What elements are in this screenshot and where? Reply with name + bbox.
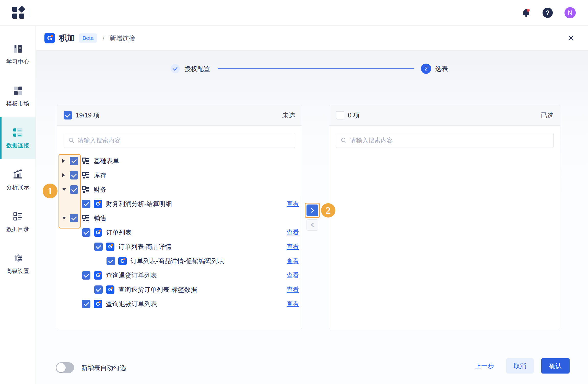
view-link[interactable]: 查看 (287, 257, 299, 265)
giga-table-icon: G (94, 300, 102, 308)
tree-checkbox[interactable] (82, 271, 90, 280)
tree-node-label: 查询退货订单列表-标签数据 (118, 285, 197, 294)
sidebar-item-label: 数据连接 (6, 142, 29, 149)
tree-checkbox[interactable] (82, 228, 90, 237)
breadcrumb-separator: / (103, 34, 104, 42)
stepper-connector (218, 68, 414, 69)
sidebar-item-label: 数据目录 (6, 225, 29, 233)
tree-checkbox[interactable] (70, 171, 78, 179)
expander-collapsed-icon[interactable] (62, 173, 70, 177)
main-area: G 积加 Beta / 新增连接 授权配置 2 选表 19 (36, 26, 588, 384)
view-link[interactable]: 查看 (287, 285, 299, 294)
dialog-header: G 积加 Beta / 新增连接 (36, 26, 588, 51)
notification-bell-icon[interactable] (522, 8, 531, 17)
tree-checkbox[interactable] (70, 214, 78, 222)
tree-row: G订单列表-商品详情查看 (57, 239, 302, 254)
giga-table-icon: G (106, 243, 114, 251)
group-icon (81, 185, 90, 194)
view-link[interactable]: 查看 (287, 228, 299, 236)
tree-checkbox[interactable] (94, 243, 103, 251)
tree-checkbox[interactable] (82, 300, 90, 308)
previous-step-button[interactable]: 上一步 (475, 362, 494, 370)
giga-table-icon: G (94, 200, 102, 208)
sidebar-item-label: 分析展示 (6, 184, 29, 191)
tree-node-label: 库存 (94, 171, 107, 179)
tree-node-label: 财务利润分析-结算明细 (106, 200, 172, 208)
source-count: 19/19 项 (76, 111, 100, 119)
sidebar-item-template-market[interactable]: 模板市场 (0, 75, 36, 117)
template-market-icon (12, 85, 23, 96)
auto-select-toggle[interactable] (56, 362, 74, 373)
chevron-right-icon (310, 207, 315, 213)
breadcrumb: 新增连接 (110, 34, 135, 42)
sidebar-item-data-connection[interactable]: 数据连接 (0, 117, 36, 159)
view-link[interactable]: 查看 (287, 271, 299, 279)
tree-row: G财务利润分析-结算明细查看 (57, 197, 302, 211)
app-logo-icon[interactable] (12, 7, 25, 19)
settings-gear-icon (12, 253, 23, 264)
stepper: 授权配置 2 选表 (171, 64, 448, 74)
sidebar-item-learning-center[interactable]: 学习中心 (0, 33, 36, 75)
target-search (336, 133, 554, 148)
footer-left: 新增表自动勾选 (56, 362, 126, 373)
expander-expanded-icon[interactable] (62, 188, 70, 191)
giga-table-icon: G (94, 271, 102, 280)
sidebar-item-label: 模板市场 (6, 100, 29, 107)
dialog-content: 授权配置 2 选表 19/19 项 未选 基础表单库存财务G财务利润分析-结算明… (36, 51, 588, 384)
tree-row: 财务 (57, 182, 302, 197)
close-icon[interactable] (567, 34, 575, 42)
top-bar: ? N (0, 0, 588, 26)
transfer-right-highlight-box (305, 203, 320, 218)
giga-table-icon: G (118, 257, 127, 265)
tree-checkbox[interactable] (70, 157, 78, 165)
target-panel-header: 0 项 已选 (329, 105, 560, 126)
tree-checkbox[interactable] (70, 185, 78, 194)
sidebar-item-label: 学习中心 (6, 58, 29, 66)
tree-node-label: 财务 (94, 185, 107, 194)
sidebar-item-advanced-settings[interactable]: 高级设置 (0, 243, 36, 285)
select-all-checkbox[interactable] (64, 111, 72, 119)
sidebar-item-label: 高级设置 (6, 267, 29, 275)
tree-checkbox[interactable] (94, 285, 103, 294)
expander-collapsed-icon[interactable] (62, 159, 70, 163)
target-status-label: 已选 (541, 111, 554, 119)
sidebar-nav: 学习中心模板市场数据连接分析展示数据目录高级设置 (0, 26, 36, 384)
source-search-input[interactable] (78, 137, 290, 144)
target-select-all-checkbox[interactable] (336, 111, 344, 119)
learning-center-icon (12, 43, 23, 54)
view-link[interactable]: 查看 (287, 200, 299, 208)
annotation-marker-1: 1 (43, 184, 57, 198)
view-link[interactable]: 查看 (287, 243, 299, 251)
tree-row: G查询退货订单列表查看 (57, 268, 302, 282)
group-icon (81, 157, 90, 165)
view-link[interactable]: 查看 (287, 300, 299, 308)
data-catalog-icon (12, 211, 23, 222)
tree-row: G订单列表查看 (57, 225, 302, 239)
move-left-button[interactable] (307, 219, 318, 231)
analysis-display-icon (12, 169, 23, 180)
target-search-input[interactable] (350, 137, 549, 144)
help-icon[interactable]: ? (543, 8, 553, 18)
sidebar-item-data-catalog[interactable]: 数据目录 (0, 201, 36, 243)
tree-checkbox[interactable] (107, 257, 115, 265)
group-icon (81, 214, 90, 222)
beta-badge: Beta (79, 33, 97, 43)
cancel-button[interactable]: 取消 (506, 358, 534, 374)
giga-table-icon: G (106, 285, 114, 294)
page-title: 积加 (59, 33, 75, 43)
tree-checkbox[interactable] (82, 200, 90, 208)
tree-node-label: 订单列表-商品详情-促销编码列表 (131, 257, 224, 265)
expander-expanded-icon[interactable] (62, 217, 70, 220)
tree-row: 库存 (57, 168, 302, 182)
chevron-left-icon (310, 222, 315, 228)
move-right-button[interactable] (307, 205, 318, 216)
confirm-button[interactable]: 确认 (541, 358, 570, 374)
auto-select-toggle-label: 新增表自动勾选 (81, 364, 126, 372)
avatar[interactable]: N (565, 7, 576, 18)
giga-table-icon: G (94, 228, 102, 237)
logo-divider (29, 8, 29, 17)
target-count: 0 项 (348, 111, 360, 119)
sidebar-item-analysis-display[interactable]: 分析展示 (0, 159, 36, 201)
tree-row: G订单列表-商品详情-促销编码列表查看 (57, 254, 302, 268)
tree-row: 销售 (57, 211, 302, 225)
